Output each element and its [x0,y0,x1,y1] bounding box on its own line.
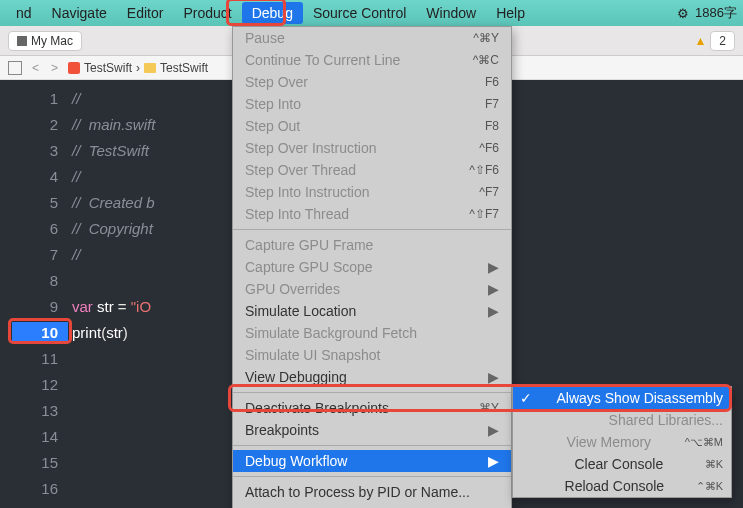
line-number[interactable]: 6 [0,216,72,242]
menu-item-simulate-background-fetch: Simulate Background Fetch [233,322,511,344]
code-text: // [72,242,80,268]
menu-item-continue-to-current-line: Continue To Current Line^⌘C [233,49,511,71]
line-number[interactable]: 14 [0,424,72,450]
line-number[interactable]: 17 [0,502,72,508]
breadcrumb[interactable]: TestSwift › TestSwift [68,61,208,75]
debug-menu-dropdown: Pause^⌘YContinue To Current Line^⌘CStep … [232,26,512,508]
menu-item-step-into-instruction: Step Into Instruction^F7 [233,181,511,203]
menu-item-step-over-instruction: Step Over Instruction^F6 [233,137,511,159]
line-number[interactable]: 13 [0,398,72,424]
menu-window[interactable]: Window [416,2,486,24]
run-destination[interactable]: My Mac [8,31,82,51]
line-number[interactable]: 8 [0,268,72,294]
menu-item-deactivate-breakpoints[interactable]: Deactivate Breakpoints⌘Y [233,397,511,419]
menu-editor[interactable]: Editor [117,2,174,24]
check-icon: ✓ [519,390,533,406]
menu-item-attach-to-process-by-pid-or-name-[interactable]: Attach to Process by PID or Name... [233,481,511,503]
code-text: var str = "iO [72,294,151,320]
line-number[interactable]: 15 [0,450,72,476]
related-items-icon[interactable] [8,61,22,75]
menu-item-step-into: Step IntoF7 [233,93,511,115]
chevron-right-icon: ▶ [488,281,499,297]
chevron-right-icon: ▶ [488,259,499,275]
menu-separator [233,392,511,393]
line-number[interactable]: 7 [0,242,72,268]
menu-item-capture-gpu-scope: Capture GPU Scope▶ [233,256,511,278]
debug-workflow-submenu: ✓Always Show DisassemblyShared Libraries… [512,386,732,498]
menu-item-step-out: Step OutF8 [233,115,511,137]
status-icon: ⚙ [677,6,689,21]
chevron-right-icon: ▶ [488,453,499,469]
menu-navigate[interactable]: Navigate [42,2,117,24]
code-text: // main.swift [72,112,155,138]
menu-item-simulate-ui-snapshot: Simulate UI Snapshot [233,344,511,366]
menu-debug[interactable]: Debug [242,2,303,24]
code-text: // Created b [72,190,155,216]
menu-item-breakpoints[interactable]: Breakpoints▶ [233,419,511,441]
menu-item-step-into-thread: Step Into Thread^⇧F7 [233,203,511,225]
line-number[interactable]: 1 [0,86,72,112]
breadcrumb-folder: TestSwift [160,61,208,75]
line-number[interactable]: 12 [0,372,72,398]
warning-count: 2 [710,31,735,51]
warnings-indicator[interactable]: ▲ 2 [694,31,735,51]
chevron-right-icon: ▶ [488,369,499,385]
chevron-right-icon: › [136,61,140,75]
menu-product[interactable]: Product [173,2,241,24]
menu-help[interactable]: Help [486,2,535,24]
line-number[interactable]: 11 [0,346,72,372]
menu-separator [233,476,511,477]
line-number[interactable]: 5 [0,190,72,216]
menu-item-attach-to-process[interactable]: Attach to Process▶ [233,503,511,508]
line-number[interactable]: 3 [0,138,72,164]
submenu-item-view-memory: View Memory^⌥⌘M [513,431,731,453]
chevron-right-icon: ▶ [488,303,499,319]
menu-source-control[interactable]: Source Control [303,2,416,24]
code-text: print(str) [72,320,128,346]
line-number[interactable]: 10 [0,320,72,346]
menubar: ndNavigateEditorProductDebugSource Contr… [0,0,743,26]
chevron-right-icon: ▶ [488,422,499,438]
breadcrumb-project: TestSwift [84,61,132,75]
nav-forward-icon[interactable]: > [49,61,60,75]
device-label: My Mac [31,34,73,48]
submenu-item-clear-console[interactable]: Clear Console⌘K [513,453,731,475]
menu-item-gpu-overrides: GPU Overrides▶ [233,278,511,300]
code-text: // [72,86,80,112]
line-number[interactable]: 2 [0,112,72,138]
menu-item-view-debugging[interactable]: View Debugging▶ [233,366,511,388]
submenu-item-reload-console[interactable]: Reload Console⌃⌘K [513,475,731,497]
menu-nd[interactable]: nd [6,2,42,24]
folder-icon [144,63,156,73]
code-text: // [72,164,80,190]
swift-project-icon [68,62,80,74]
submenu-item-shared-libraries-: Shared Libraries... [513,409,731,431]
menu-item-capture-gpu-frame: Capture GPU Frame [233,234,511,256]
menu-separator [233,445,511,446]
menu-item-step-over-thread: Step Over Thread^⇧F6 [233,159,511,181]
line-number[interactable]: 4 [0,164,72,190]
submenu-item-always-show-disassembly[interactable]: ✓Always Show Disassembly [513,387,731,409]
line-number[interactable]: 9 [0,294,72,320]
mac-icon [17,36,27,46]
menu-item-debug-workflow[interactable]: Debug Workflow▶ [233,450,511,472]
nav-back-icon[interactable]: < [30,61,41,75]
menu-item-simulate-location[interactable]: Simulate Location▶ [233,300,511,322]
line-number[interactable]: 16 [0,476,72,502]
menu-item-step-over: Step OverF6 [233,71,511,93]
menu-separator [233,229,511,230]
status-text: 1886字 [695,4,737,22]
menu-item-pause: Pause^⌘Y [233,27,511,49]
code-text: // TestSwift [72,138,149,164]
warning-icon: ▲ [694,34,706,48]
